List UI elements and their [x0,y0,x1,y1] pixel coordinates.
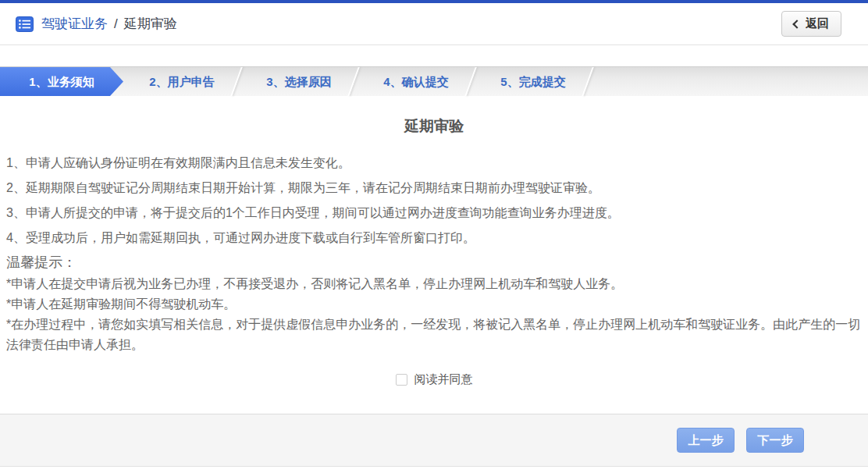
step-tab-4-confirm-submit[interactable]: 4、确认提交 [358,67,475,96]
step-tab-2-user-declaration[interactable]: 2、用户申告 [123,67,240,96]
agree-label: 阅读并同意 [414,372,473,387]
notice-item: 1、申请人应确认身份证明在有效期限满内且信息未发生变化。 [6,151,862,176]
notice-list: 1、申请人应确认身份证明在有效期限满内且信息未发生变化。 2、延期期限自驾驶证记… [0,151,868,251]
back-button-label: 返回 [806,16,829,31]
tips-title: 温馨提示： [0,251,868,274]
header: 驾驶证业务 / 延期审验 返回 [0,3,868,45]
step-tab-5-complete-submit[interactable]: 5、完成提交 [475,67,592,96]
tip-item: *在办理过程中，请您如实填写相关信息，对于提供虚假信息申办业务的，一经发现，将被… [6,315,862,355]
breadcrumb-current-page: 延期审验 [124,15,177,33]
notice-item: 4、受理成功后，用户如需延期回执，可通过网办进度下载或自行到车管所窗口打印。 [6,226,862,251]
step-wizard-bar: 1、业务须知 2、用户申告 3、选择原因 4、确认提交 5、完成提交 [0,66,868,96]
tips-list: *申请人在提交申请后视为业务已办理，不再接受退办，否则将记入黑名单，停止办理网上… [0,274,868,355]
footer-action-bar: 上一步 下一步 [0,414,868,467]
chevron-left-icon [792,20,801,28]
breadcrumb: 驾驶证业务 / 延期审验 [16,15,177,33]
list-icon [16,16,34,32]
agree-row: 阅读并同意 [0,372,868,387]
step-tab-1-business-notice[interactable]: 1、业务须知 [0,67,123,96]
tip-item: *申请人在提交申请后视为业务已办理，不再接受退办，否则将记入黑名单，停止办理网上… [6,274,862,294]
previous-step-button[interactable]: 上一步 [677,428,735,453]
back-button[interactable]: 返回 [781,11,841,37]
agree-checkbox[interactable] [396,374,407,386]
next-step-button[interactable]: 下一步 [746,428,804,453]
page-title: 延期审验 [0,118,868,135]
breadcrumb-separator: / [114,16,118,32]
step-tab-3-select-reason[interactable]: 3、选择原因 [240,67,358,96]
notice-item: 2、延期期限自驾驶证记分周期结束日期开始计算，期限为三年，请在记分周期结束日期前… [6,176,862,201]
tip-item: *申请人在延期审验期间不得驾驶机动车。 [6,294,862,315]
breadcrumb-business-category[interactable]: 驾驶证业务 [41,15,108,33]
notice-item: 3、申请人所提交的申请，将于提交后的1个工作日内受理，期间可以通过网办进度查询功… [6,201,862,226]
